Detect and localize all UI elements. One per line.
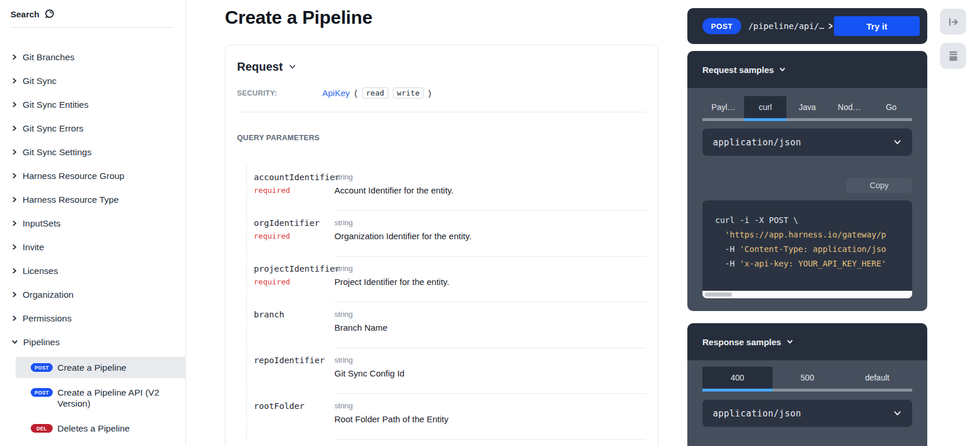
- response-samples-toggle[interactable]: Response samples: [687, 323, 927, 360]
- endpoint-path[interactable]: /pipeline/api/…: [748, 21, 824, 31]
- sidebar-item-harness-resource-group[interactable]: Harness Resource Group: [0, 164, 186, 188]
- chevron-right-icon: [12, 78, 17, 84]
- page-title: Create a Pipeline: [225, 7, 373, 28]
- param-description: Organization Identifier for the entity.: [334, 231, 646, 241]
- page-layout-button[interactable]: [940, 43, 966, 69]
- sidebar-item-git-sync[interactable]: Git Sync: [0, 69, 186, 93]
- param-row-rootFolder: rootFolder string Root Folder Path of th…: [254, 394, 646, 440]
- sidebar-item-inputsets[interactable]: InputSets: [0, 211, 186, 235]
- chevron-right-icon: [12, 220, 17, 226]
- tab-curl[interactable]: curl: [744, 96, 786, 121]
- tab-default[interactable]: default: [842, 367, 912, 392]
- sidebar-nav: Git Branches Git Sync Git Sync Entities …: [0, 45, 186, 354]
- sidebar-item-label: Deletes a Pipeline: [57, 423, 130, 434]
- chevron-right-icon: [12, 54, 17, 60]
- apikey-link[interactable]: ApiKey: [322, 88, 350, 98]
- tab-go[interactable]: Go: [870, 96, 912, 121]
- sidebar-item-pipelines[interactable]: Pipelines: [0, 330, 186, 354]
- response-content-type-select[interactable]: application/json: [702, 400, 912, 427]
- chevron-down-icon: [289, 63, 296, 71]
- code-sample: curl -i -X POST \ 'https://app.harness.i…: [702, 200, 912, 298]
- request-card: Request SECURITY: ApiKey ( read write ) …: [225, 45, 658, 446]
- tab-java[interactable]: Java: [786, 96, 828, 121]
- chevron-right-icon: [12, 173, 17, 179]
- sidebar-item-label: Pipelines: [23, 337, 60, 348]
- param-name: rootFolder: [254, 401, 334, 411]
- chevron-right-icon: [12, 149, 17, 155]
- sidebar-item-label: Harness Resource Group: [23, 171, 125, 181]
- sidebar-item-git-sync-settings[interactable]: Git Sync Settings: [0, 140, 186, 164]
- param-row-accountIdentifier: accountIdentifier required string Accoun…: [254, 165, 646, 211]
- param-type: string: [334, 264, 646, 273]
- scope-chip-read: read: [362, 87, 388, 98]
- param-required-flag: required: [254, 277, 334, 286]
- search-control[interactable]: Search: [10, 8, 56, 20]
- sidebar-item-label: Create a Pipeline: [57, 362, 126, 373]
- post-method-badge: POST: [31, 363, 53, 372]
- param-description: Git Sync Config Id: [334, 368, 646, 378]
- page-layout-icon: [947, 50, 960, 63]
- response-code-tabs: 400 500 default: [702, 367, 912, 392]
- tab-payload[interactable]: Payl…: [702, 96, 744, 121]
- clipped-scrolled-item: [32, 34, 48, 36]
- collapse-panel-button[interactable]: [940, 9, 966, 35]
- content-type-value: application/json: [713, 408, 802, 419]
- security-row: SECURITY: ApiKey ( read write ): [237, 89, 646, 98]
- sidebar-item-invite[interactable]: Invite: [0, 235, 186, 259]
- sidebar-item-create-a-pipeline-v2[interactable]: POST Create a Pipeline API (V2 Version): [0, 387, 186, 409]
- collapse-panel-icon: [947, 16, 960, 28]
- chevron-right-icon: [12, 268, 17, 274]
- request-section-toggle[interactable]: Request: [237, 60, 646, 74]
- chevron-down-icon: [12, 339, 18, 345]
- curl-code: curl -i -X POST \ 'https://app.harness.i…: [702, 200, 912, 271]
- sidebar-item-label: Invite: [23, 242, 44, 253]
- chevron-right-icon: [12, 101, 17, 108]
- chevron-right-icon: [12, 244, 17, 250]
- chevron-down-icon: [893, 138, 902, 147]
- param-row-repoIdentifier: repoIdentifier string Git Sync Config Id: [254, 348, 646, 394]
- sidebar-item-deletes-a-pipeline[interactable]: DEL Deletes a Pipeline: [0, 423, 186, 434]
- chevron-down-icon: [786, 338, 793, 345]
- tab-500[interactable]: 500: [773, 367, 843, 392]
- search-icon: [44, 8, 56, 20]
- param-name: branch: [254, 310, 334, 319]
- scrollbar-thumb[interactable]: [705, 293, 732, 297]
- content-type-select[interactable]: application/json: [702, 129, 912, 156]
- sidebar-item-label: Permissions: [23, 313, 71, 324]
- sidebar-item-git-sync-errors[interactable]: Git Sync Errors: [0, 116, 186, 140]
- sidebar-item-permissions[interactable]: Permissions: [0, 306, 186, 330]
- sidebar-item-label: Git Branches: [23, 52, 75, 63]
- sidebar-item-create-a-pipeline[interactable]: POST Create a Pipeline: [16, 357, 186, 378]
- pipelines-children: POST Create a Pipeline POST Create a Pip…: [0, 352, 186, 446]
- divider: [10, 27, 173, 28]
- try-it-button[interactable]: Try it: [834, 16, 920, 36]
- param-row-branch: branch string Branch Name: [254, 302, 646, 348]
- sidebar: Search Git Branches Git Sync Git Sync En…: [0, 0, 186, 446]
- request-samples-heading: Request samples: [702, 65, 774, 75]
- horizontal-scrollbar: [702, 291, 912, 298]
- chevron-right-icon: [12, 196, 17, 203]
- chevron-right-icon: [12, 125, 17, 131]
- param-name: orgIdentifier: [254, 218, 334, 228]
- sidebar-item-organization[interactable]: Organization: [0, 283, 186, 306]
- param-name: repoIdentifier: [254, 356, 334, 365]
- response-samples-heading: Response samples: [702, 337, 781, 347]
- divider: [237, 112, 646, 112]
- paren-open: (: [355, 88, 358, 98]
- language-tabs: Payl… curl Java Nod… Go: [702, 96, 912, 121]
- chevron-right-icon[interactable]: [828, 23, 834, 30]
- sidebar-item-licenses[interactable]: Licenses: [0, 259, 186, 283]
- sidebar-item-git-sync-entities[interactable]: Git Sync Entities: [0, 93, 186, 116]
- sidebar-item-git-branches[interactable]: Git Branches: [0, 45, 186, 69]
- sidebar-item-harness-resource-type[interactable]: Harness Resource Type: [0, 188, 186, 211]
- param-type: string: [334, 401, 646, 410]
- response-samples-panel: Response samples 400 500 default applica…: [687, 323, 927, 446]
- copy-button[interactable]: Copy: [846, 178, 912, 193]
- param-type: string: [334, 218, 646, 227]
- chevron-down-icon: [779, 66, 786, 73]
- paren-close: ): [428, 88, 431, 98]
- request-samples-toggle[interactable]: Request samples: [687, 51, 927, 88]
- tab-nodejs[interactable]: Nod…: [828, 96, 870, 121]
- param-name: projectIdentifier: [254, 264, 334, 273]
- tab-400[interactable]: 400: [702, 367, 773, 392]
